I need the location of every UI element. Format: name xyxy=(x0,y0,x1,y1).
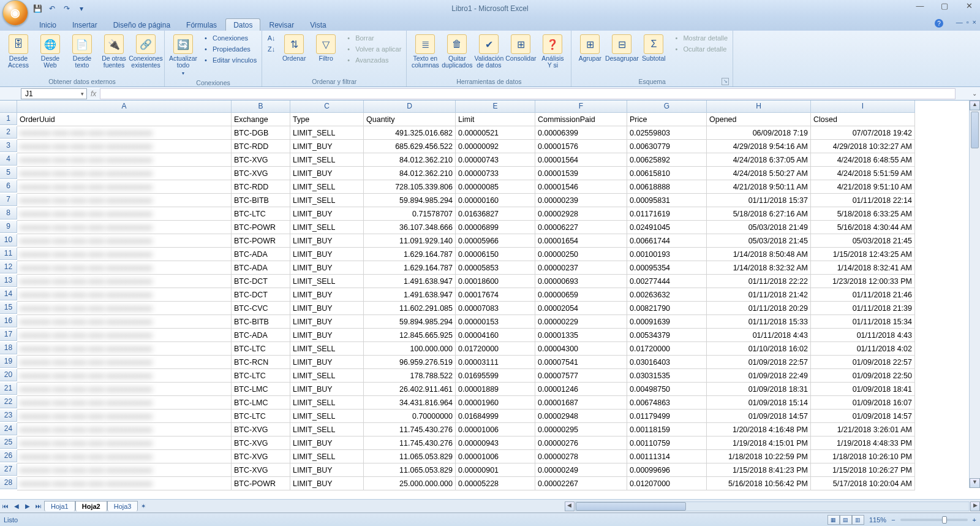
cell[interactable]: 685.629.456.522 xyxy=(364,140,456,153)
cell[interactable]: 01/09/2018 22:57 xyxy=(811,356,915,369)
column-header-H[interactable]: H xyxy=(707,101,811,113)
select-all-corner[interactable] xyxy=(0,101,17,113)
cell[interactable]: 01/09/2018 14:57 xyxy=(707,410,811,423)
cell[interactable]: 0.00110759 xyxy=(627,436,707,450)
cell[interactable]: 84.012.362.210 xyxy=(364,167,456,180)
vertical-scrollbar[interactable]: ▲ ▼ xyxy=(969,101,980,488)
cell[interactable]: 0.00007083 xyxy=(456,302,535,315)
cell[interactable]: 728.105.339.806 xyxy=(364,180,456,194)
ribbon-small-conexiones[interactable]: •Conexiones xyxy=(200,33,258,43)
ribbon-btn-consolidar[interactable]: ⊞Consolidar xyxy=(506,33,535,63)
cell[interactable]: 0.00004160 xyxy=(456,329,535,342)
cell[interactable]: LIMIT_BUY xyxy=(290,248,364,261)
cell[interactable]: 07/07/2018 19:42 xyxy=(811,126,915,140)
cell[interactable]: 0.00002267 xyxy=(535,477,627,490)
cell[interactable]: 01/11/2018 20:29 xyxy=(707,302,811,315)
ribbon-tab-inicio[interactable]: Inicio xyxy=(32,19,64,31)
cell[interactable]: xxxxxxxx-xxxx-xxxx-xxxx-xxxxxxxxxxxx xyxy=(17,450,232,463)
cell[interactable]: 0.00005853 xyxy=(456,261,535,275)
cell[interactable]: BTC-POWR xyxy=(232,221,290,234)
cell[interactable]: LIMIT_BUY xyxy=(290,329,364,342)
ribbon-btn-validaci-n-de-datos[interactable]: ✔Validación de datos xyxy=(474,33,503,70)
cell[interactable]: xxxxxxxx-xxxx-xxxx-xxxx-xxxxxxxxxxxx xyxy=(17,463,232,477)
cell[interactable]: 01/11/2018 21:46 xyxy=(811,288,915,302)
cell[interactable]: 1.491.638.947 xyxy=(364,275,456,288)
header-cell[interactable]: Exchange xyxy=(232,113,290,126)
zoom-in[interactable]: + xyxy=(973,516,976,524)
scroll-down-arrow[interactable]: ▼ xyxy=(970,478,980,488)
cell[interactable]: 0.00099696 xyxy=(627,463,707,477)
cell[interactable]: 0.00001564 xyxy=(535,153,627,167)
cell[interactable]: LIMIT_SELL xyxy=(290,396,364,410)
zoom-level[interactable]: 115% xyxy=(869,516,886,524)
cell[interactable]: 0.00004300 xyxy=(535,342,627,356)
cell[interactable]: 0.00000943 xyxy=(456,436,535,450)
formula-bar-expand[interactable]: ⌄ xyxy=(969,90,980,97)
cell[interactable]: BTC-ADA xyxy=(232,248,290,261)
cell[interactable]: xxxxxxxx-xxxx-xxxx-xxxx-xxxxxxxxxxxx xyxy=(17,396,232,410)
cell[interactable]: xxxxxxxx-xxxx-xxxx-xxxx-xxxxxxxxxxxx xyxy=(17,153,232,167)
cell[interactable]: xxxxxxxx-xxxx-xxxx-xxxx-xxxxxxxxxxxx xyxy=(17,329,232,342)
row-header[interactable]: 10 xyxy=(0,234,17,246)
cell[interactable]: xxxxxxxx-xxxx-xxxx-xxxx-xxxxxxxxxxxx xyxy=(17,383,232,396)
cell[interactable]: 01/09/2018 15:14 xyxy=(707,396,811,410)
cell[interactable]: LIMIT_BUY xyxy=(290,463,364,477)
cell[interactable]: 11.602.291.085 xyxy=(364,302,456,315)
cell[interactable]: 0.00007577 xyxy=(535,369,627,383)
cell[interactable]: LIMIT_BUY xyxy=(290,140,364,153)
cell[interactable]: 05/03/2018 21:45 xyxy=(811,234,915,248)
cell[interactable]: 26.402.911.461 xyxy=(364,383,456,396)
workbook-close[interactable]: × xyxy=(973,18,976,26)
office-button[interactable]: ◉ xyxy=(2,0,28,26)
cell[interactable]: 0.00111314 xyxy=(627,450,707,463)
cell[interactable]: 0.00001006 xyxy=(456,423,535,436)
horizontal-scrollbar[interactable]: ◀ ▶ xyxy=(565,501,980,512)
cell[interactable]: 01/09/2018 18:41 xyxy=(811,383,915,396)
cell[interactable]: 96.959.276.519 xyxy=(364,356,456,369)
sort-asc-button[interactable]: A↓ xyxy=(266,33,277,43)
cell[interactable]: 01/09/2018 22:57 xyxy=(707,356,811,369)
cell[interactable]: LIMIT_SELL xyxy=(290,221,364,234)
cell[interactable]: 0.03016403 xyxy=(627,356,707,369)
cell[interactable]: 1/19/2018 4:15:01 PM xyxy=(707,436,811,450)
cell[interactable]: xxxxxxxx-xxxx-xxxx-xxxx-xxxxxxxxxxxx xyxy=(17,180,232,194)
cell[interactable]: 1/23/2018 12:00:33 PM xyxy=(811,275,915,288)
help-button[interactable]: ? xyxy=(935,19,943,28)
cell[interactable]: 1.629.164.787 xyxy=(364,261,456,275)
ribbon-tab-fórmulas[interactable]: Fórmulas xyxy=(179,19,224,31)
cell[interactable]: LIMIT_SELL xyxy=(290,153,364,167)
ribbon-small-propiedades[interactable]: •Propiedades xyxy=(200,44,258,54)
row-header[interactable]: 22 xyxy=(0,396,17,408)
cell[interactable]: 11.065.053.829 xyxy=(364,450,456,463)
cell[interactable]: 0.00000237 xyxy=(535,261,627,275)
cell[interactable]: BTC-DCT xyxy=(232,275,290,288)
view-page-layout[interactable]: ▤ xyxy=(840,515,852,525)
cell[interactable]: xxxxxxxx-xxxx-xxxx-xxxx-xxxxxxxxxxxx xyxy=(17,342,232,356)
cell[interactable]: 01/09/2018 18:31 xyxy=(707,383,811,396)
cell[interactable]: xxxxxxxx-xxxx-xxxx-xxxx-xxxxxxxxxxxx xyxy=(17,315,232,329)
window-maximize[interactable]: ▢ xyxy=(936,1,953,10)
cell[interactable]: 0.00100193 xyxy=(627,248,707,261)
cell[interactable]: 5/16/2018 4:30:44 AM xyxy=(811,221,915,234)
cell[interactable]: BTC-ADA xyxy=(232,261,290,275)
cell[interactable]: 0.00000693 xyxy=(535,275,627,288)
cell[interactable]: 0.00017674 xyxy=(456,288,535,302)
row-header[interactable]: 19 xyxy=(0,356,17,368)
row-header[interactable]: 3 xyxy=(0,140,17,152)
sheet-nav-prev[interactable]: ◀ xyxy=(11,503,22,509)
ribbon-btn-desde-texto[interactable]: 📄Desde texto xyxy=(67,33,97,70)
scroll-thumb[interactable] xyxy=(576,502,686,511)
column-header-F[interactable]: F xyxy=(535,101,627,113)
cell[interactable]: 0.00001335 xyxy=(535,329,627,342)
cell[interactable]: 4/21/2018 9:50:11 AM xyxy=(707,180,811,194)
cell[interactable]: 1/21/2018 3:26:01 AM xyxy=(811,423,915,436)
cell[interactable]: 0.00095831 xyxy=(627,194,707,207)
scroll-up-arrow[interactable]: ▲ xyxy=(970,101,980,110)
row-header[interactable]: 4 xyxy=(0,153,17,166)
cell[interactable]: 01/11/2018 21:39 xyxy=(811,302,915,315)
cell[interactable]: 4/24/2018 5:51:59 AM xyxy=(811,167,915,180)
header-cell[interactable]: Type xyxy=(290,113,364,126)
cell[interactable]: LIMIT_BUY xyxy=(290,207,364,221)
cell[interactable]: 0.00000153 xyxy=(456,315,535,329)
qat-save[interactable]: 💾 xyxy=(32,3,43,14)
